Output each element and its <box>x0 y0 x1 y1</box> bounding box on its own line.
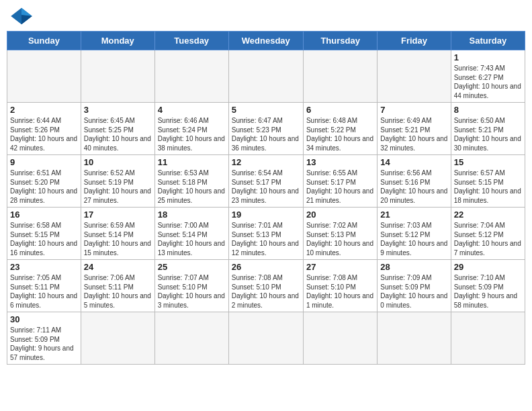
day-info: Sunrise: 6:58 AM Sunset: 5:15 PM Dayligh… <box>10 221 78 257</box>
day-info: Sunrise: 7:10 AM Sunset: 5:09 PM Dayligh… <box>454 273 522 310</box>
day-info: Sunrise: 6:52 AM Sunset: 5:19 PM Dayligh… <box>84 169 152 205</box>
day-number: 1 <box>454 52 522 62</box>
day-info: Sunrise: 6:59 AM Sunset: 5:14 PM Dayligh… <box>84 221 152 257</box>
day-info: Sunrise: 7:07 AM Sunset: 5:10 PM Dayligh… <box>158 273 226 310</box>
day-number: 7 <box>380 105 447 115</box>
day-number: 21 <box>380 210 447 220</box>
day-number: 19 <box>232 210 300 220</box>
day-info: Sunrise: 6:48 AM Sunset: 5:22 PM Dayligh… <box>306 116 374 152</box>
day-info: Sunrise: 7:11 AM Sunset: 5:09 PM Dayligh… <box>10 326 78 362</box>
calendar-cell: 20Sunrise: 7:02 AM Sunset: 5:13 PM Dayli… <box>303 208 377 260</box>
day-number: 30 <box>10 314 78 324</box>
calendar-cell: 13Sunrise: 6:55 AM Sunset: 5:17 PM Dayli… <box>303 155 377 208</box>
day-info: Sunrise: 7:01 AM Sunset: 5:13 PM Dayligh… <box>232 221 300 257</box>
weekday-header-row: SundayMondayTuesdayWednesdayThursdayFrid… <box>7 32 525 50</box>
day-info: Sunrise: 7:08 AM Sunset: 5:10 PM Dayligh… <box>232 273 300 310</box>
day-number: 18 <box>158 210 226 220</box>
weekday-header-sunday: Sunday <box>7 32 81 50</box>
calendar-cell <box>81 312 154 365</box>
week-row-5: 30Sunrise: 7:11 AM Sunset: 5:09 PM Dayli… <box>7 312 525 365</box>
calendar-cell: 16Sunrise: 6:58 AM Sunset: 5:15 PM Dayli… <box>7 208 81 260</box>
calendar-cell: 12Sunrise: 6:54 AM Sunset: 5:17 PM Dayli… <box>228 155 303 208</box>
day-info: Sunrise: 7:43 AM Sunset: 6:27 PM Dayligh… <box>454 64 522 100</box>
calendar-cell: 19Sunrise: 7:01 AM Sunset: 5:13 PM Dayli… <box>228 208 303 260</box>
day-number: 24 <box>84 262 152 272</box>
calendar-cell: 24Sunrise: 7:06 AM Sunset: 5:11 PM Dayli… <box>81 260 154 312</box>
day-number: 4 <box>158 105 226 115</box>
day-info: Sunrise: 6:53 AM Sunset: 5:18 PM Dayligh… <box>158 169 226 205</box>
calendar-cell <box>228 312 303 365</box>
day-number: 22 <box>454 210 522 220</box>
day-info: Sunrise: 7:02 AM Sunset: 5:13 PM Dayligh… <box>306 221 374 257</box>
calendar-cell: 22Sunrise: 7:04 AM Sunset: 5:12 PM Dayli… <box>451 208 525 260</box>
calendar-cell <box>154 50 228 103</box>
calendar-cell <box>451 312 525 365</box>
day-number: 26 <box>232 262 300 272</box>
calendar-cell: 7Sunrise: 6:49 AM Sunset: 5:21 PM Daylig… <box>378 103 451 155</box>
calendar-cell: 3Sunrise: 6:45 AM Sunset: 5:25 PM Daylig… <box>81 103 154 155</box>
weekday-header-friday: Friday <box>378 32 451 50</box>
logo <box>9 7 36 26</box>
calendar: SundayMondayTuesdayWednesdayThursdayFrid… <box>7 31 525 365</box>
calendar-cell <box>7 50 81 103</box>
calendar-cell: 1Sunrise: 7:43 AM Sunset: 6:27 PM Daylig… <box>451 50 525 103</box>
day-number: 25 <box>158 262 226 272</box>
day-number: 3 <box>84 105 152 115</box>
day-info: Sunrise: 6:46 AM Sunset: 5:24 PM Dayligh… <box>158 116 226 152</box>
calendar-cell: 6Sunrise: 6:48 AM Sunset: 5:22 PM Daylig… <box>303 103 377 155</box>
calendar-cell: 29Sunrise: 7:10 AM Sunset: 5:09 PM Dayli… <box>451 260 525 312</box>
day-info: Sunrise: 7:09 AM Sunset: 5:09 PM Dayligh… <box>380 273 447 310</box>
svg-marker-1 <box>21 8 32 16</box>
calendar-cell: 10Sunrise: 6:52 AM Sunset: 5:19 PM Dayli… <box>81 155 154 208</box>
svg-marker-2 <box>21 15 32 24</box>
calendar-cell <box>228 50 303 103</box>
calendar-cell: 11Sunrise: 6:53 AM Sunset: 5:18 PM Dayli… <box>154 155 228 208</box>
day-number: 12 <box>232 157 300 167</box>
calendar-cell <box>303 312 377 365</box>
day-number: 23 <box>10 262 78 272</box>
day-info: Sunrise: 7:06 AM Sunset: 5:11 PM Dayligh… <box>84 273 152 310</box>
day-info: Sunrise: 7:04 AM Sunset: 5:12 PM Dayligh… <box>454 221 522 257</box>
calendar-cell: 18Sunrise: 7:00 AM Sunset: 5:14 PM Dayli… <box>154 208 228 260</box>
calendar-cell: 26Sunrise: 7:08 AM Sunset: 5:10 PM Dayli… <box>228 260 303 312</box>
day-number: 13 <box>306 157 374 167</box>
day-info: Sunrise: 7:08 AM Sunset: 5:10 PM Dayligh… <box>306 273 374 310</box>
day-info: Sunrise: 6:45 AM Sunset: 5:25 PM Dayligh… <box>84 116 152 152</box>
week-row-4: 23Sunrise: 7:05 AM Sunset: 5:11 PM Dayli… <box>7 260 525 312</box>
calendar-cell: 2Sunrise: 6:44 AM Sunset: 5:26 PM Daylig… <box>7 103 81 155</box>
calendar-cell <box>378 50 451 103</box>
calendar-cell <box>154 312 228 365</box>
day-info: Sunrise: 6:55 AM Sunset: 5:17 PM Dayligh… <box>306 169 374 205</box>
day-info: Sunrise: 7:00 AM Sunset: 5:14 PM Dayligh… <box>158 221 226 257</box>
calendar-cell: 9Sunrise: 6:51 AM Sunset: 5:20 PM Daylig… <box>7 155 81 208</box>
day-info: Sunrise: 6:44 AM Sunset: 5:26 PM Dayligh… <box>10 116 78 152</box>
calendar-cell <box>303 50 377 103</box>
day-info: Sunrise: 6:47 AM Sunset: 5:23 PM Dayligh… <box>232 116 300 152</box>
day-number: 27 <box>306 262 374 272</box>
weekday-header-thursday: Thursday <box>303 32 377 50</box>
day-info: Sunrise: 6:54 AM Sunset: 5:17 PM Dayligh… <box>232 169 300 205</box>
day-number: 17 <box>84 210 152 220</box>
day-number: 5 <box>232 105 300 115</box>
header <box>7 7 525 26</box>
weekday-header-wednesday: Wednesday <box>228 32 303 50</box>
day-info: Sunrise: 6:49 AM Sunset: 5:21 PM Dayligh… <box>380 116 447 152</box>
day-info: Sunrise: 6:56 AM Sunset: 5:16 PM Dayligh… <box>380 169 447 205</box>
week-row-0: 1Sunrise: 7:43 AM Sunset: 6:27 PM Daylig… <box>7 50 525 103</box>
calendar-cell: 23Sunrise: 7:05 AM Sunset: 5:11 PM Dayli… <box>7 260 81 312</box>
day-number: 6 <box>306 105 374 115</box>
calendar-cell: 25Sunrise: 7:07 AM Sunset: 5:10 PM Dayli… <box>154 260 228 312</box>
weekday-header-saturday: Saturday <box>451 32 525 50</box>
day-info: Sunrise: 7:05 AM Sunset: 5:11 PM Dayligh… <box>10 273 78 310</box>
calendar-cell <box>378 312 451 365</box>
weekday-header-tuesday: Tuesday <box>154 32 228 50</box>
calendar-cell: 15Sunrise: 6:57 AM Sunset: 5:15 PM Dayli… <box>451 155 525 208</box>
day-number: 14 <box>380 157 447 167</box>
day-number: 29 <box>454 262 522 272</box>
calendar-cell <box>81 50 154 103</box>
logo-icon <box>9 7 34 26</box>
calendar-cell: 21Sunrise: 7:03 AM Sunset: 5:12 PM Dayli… <box>378 208 451 260</box>
day-info: Sunrise: 7:03 AM Sunset: 5:12 PM Dayligh… <box>380 221 447 257</box>
calendar-cell: 17Sunrise: 6:59 AM Sunset: 5:14 PM Dayli… <box>81 208 154 260</box>
day-info: Sunrise: 6:57 AM Sunset: 5:15 PM Dayligh… <box>454 169 522 205</box>
